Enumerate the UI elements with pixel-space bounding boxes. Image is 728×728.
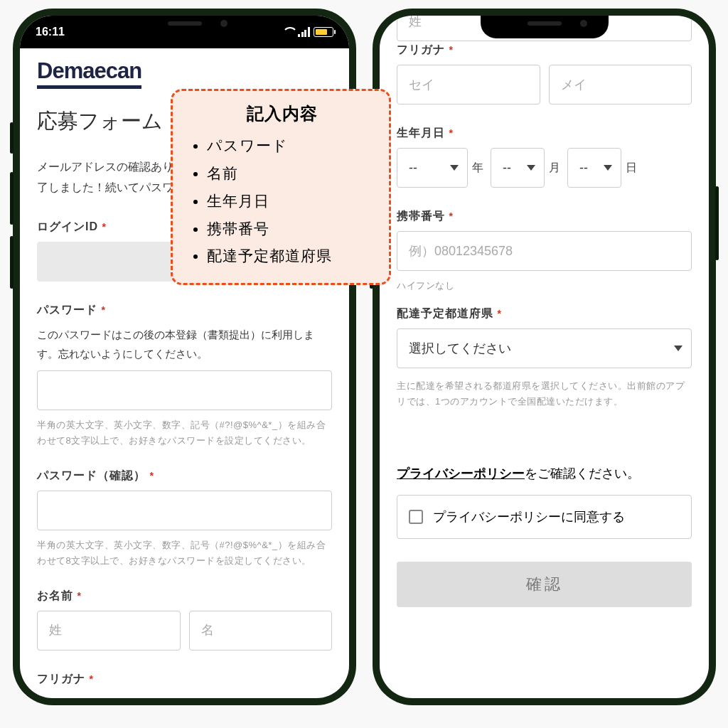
required-mark: * <box>149 470 154 481</box>
password-confirm-help: 半角の英大文字、英小文字、数字、記号（#?!@$%^&*_）を組み合わせて8文字… <box>37 537 332 569</box>
wifi-icon <box>282 27 295 37</box>
name-section: お名前 * <box>37 589 332 651</box>
chevron-down-icon <box>450 165 459 171</box>
firstname-input[interactable] <box>189 611 333 651</box>
dob-label-text: 生年月日 <box>397 127 445 139</box>
confirm-button[interactable]: 確認 <box>397 562 692 607</box>
dob-year-value: -- <box>409 161 417 176</box>
prefecture-help: 主に配達を希望される都道府県を選択してください。出前館のアプリでは、1つのアカウ… <box>397 378 692 410</box>
phone-speaker <box>168 21 202 26</box>
furigana-sei-input[interactable] <box>397 65 540 105</box>
prefecture-label: 配達予定都道府県 * <box>397 306 692 321</box>
password-help: 半角の英大文字、英小文字、数字、記号（#?!@$%^&*_）を組み合わせて8文字… <box>37 417 332 449</box>
phone-speaker <box>528 21 562 26</box>
privacy-line: プライバシーポリシーをご確認ください。 <box>397 465 692 482</box>
chevron-down-icon <box>604 165 612 171</box>
annotation-callout: 記入内容 パスワード 名前 生年月日 携帯番号 配達予定都道府県 <box>171 89 391 285</box>
prefecture-label-text: 配達予定都道府県 <box>397 307 493 319</box>
password-label-text: パスワード <box>37 304 97 316</box>
privacy-checkbox-row[interactable]: プライバシーポリシーに同意する <box>397 495 692 539</box>
callout-list: パスワード 名前 生年月日 携帯番号 配達予定都道府県 <box>188 132 376 270</box>
callout-item: 生年月日 <box>207 188 376 215</box>
dob-label: 生年月日 * <box>397 126 692 141</box>
phone-side-button <box>10 122 14 154</box>
status-time: 16:11 <box>36 26 65 38</box>
phone-camera <box>580 20 587 27</box>
password-confirm-label: パスワード（確認） * <box>37 469 332 483</box>
name-label-text: お名前 <box>37 589 73 601</box>
furigana-section-left: フリガナ * <box>37 672 332 687</box>
dob-month-unit: 月 <box>549 161 560 176</box>
furigana-mei-input[interactable] <box>549 65 692 105</box>
dob-year-unit: 年 <box>472 161 483 176</box>
dob-day-unit: 日 <box>626 161 637 176</box>
phone-side-button <box>10 172 14 225</box>
dob-year-select[interactable]: -- <box>397 148 468 188</box>
prefecture-select[interactable]: 選択してください <box>397 328 692 368</box>
password-desc: このパスワードはこの後の本登録（書類提出）に利用します。忘れないようにしてくださ… <box>37 325 332 363</box>
callout-item: 配達予定都道府県 <box>207 242 376 270</box>
required-mark: * <box>449 127 453 139</box>
callout-item: 名前 <box>207 160 376 188</box>
phone-side-button <box>10 236 14 289</box>
required-mark: * <box>497 308 501 319</box>
brand-logo: Demaecan <box>37 58 141 89</box>
required-mark: * <box>449 44 453 55</box>
phone-label-text: 携帯番号 <box>397 210 445 222</box>
chevron-down-icon <box>674 346 682 351</box>
callout-item: 携帯番号 <box>207 215 376 243</box>
battery-icon <box>314 27 333 37</box>
phone-notch <box>481 16 609 38</box>
furigana-label-text: フリガナ <box>37 673 85 685</box>
furigana-label-text: フリガナ <box>397 43 445 55</box>
required-mark: * <box>101 304 105 316</box>
furigana-label: フリガナ * <box>397 43 692 58</box>
password-label: パスワード * <box>37 303 332 318</box>
chevron-down-icon <box>527 165 535 171</box>
furigana-section: フリガナ * <box>397 43 692 105</box>
password-confirm-input[interactable] <box>37 491 332 530</box>
phone-screen: 姓 フリガナ * 生年月日 * -- <box>380 16 709 698</box>
password-section: パスワード * このパスワードはこの後の本登録（書類提出）に利用します。忘れない… <box>37 303 332 449</box>
phone-side-button <box>715 186 719 260</box>
prefecture-section: 配達予定都道府県 * 選択してください 主に配達を希望される都道府県を選択してく… <box>397 306 692 410</box>
callout-title: 記入内容 <box>188 102 376 125</box>
name-label: お名前 * <box>37 589 332 604</box>
dob-month-value: -- <box>503 161 511 176</box>
required-mark: * <box>102 221 106 232</box>
phone-notch <box>121 16 249 38</box>
prefecture-value: 選択してください <box>409 340 511 357</box>
privacy-suffix: をご確認ください。 <box>525 466 640 481</box>
form-content-right: フリガナ * 生年月日 * -- 年 <box>380 16 709 698</box>
phone-input[interactable] <box>397 231 692 271</box>
required-mark: * <box>77 590 81 601</box>
signal-icon <box>298 27 311 37</box>
password-confirm-section: パスワード（確認） * 半角の英大文字、英小文字、数字、記号（#?!@$%^&*… <box>37 469 332 569</box>
dob-month-select[interactable]: -- <box>491 148 545 188</box>
password-confirm-label-text: パスワード（確認） <box>37 469 146 481</box>
privacy-checkbox-label: プライバシーポリシーに同意する <box>433 508 625 525</box>
phone-help: ハイフンなし <box>397 278 692 294</box>
phone-section: 携帯番号 * ハイフンなし <box>397 209 692 294</box>
required-mark: * <box>449 210 453 222</box>
furigana-label: フリガナ * <box>37 672 332 687</box>
phone-label: 携帯番号 * <box>397 209 692 224</box>
dob-day-select[interactable]: -- <box>567 148 621 188</box>
privacy-policy-link[interactable]: プライバシーポリシー <box>397 466 525 481</box>
dob-day-value: -- <box>579 161 588 176</box>
callout-item: パスワード <box>207 132 376 160</box>
phone-right: 姓 フリガナ * 生年月日 * -- <box>373 9 716 705</box>
lastname-input[interactable] <box>37 611 181 651</box>
dob-section: 生年月日 * -- 年 -- 月 -- <box>397 126 692 188</box>
required-mark: * <box>89 673 93 685</box>
password-input[interactable] <box>37 370 332 410</box>
login-id-label-text: ログインID <box>37 220 98 232</box>
phone-camera <box>220 20 228 27</box>
checkbox-icon[interactable] <box>409 510 423 524</box>
